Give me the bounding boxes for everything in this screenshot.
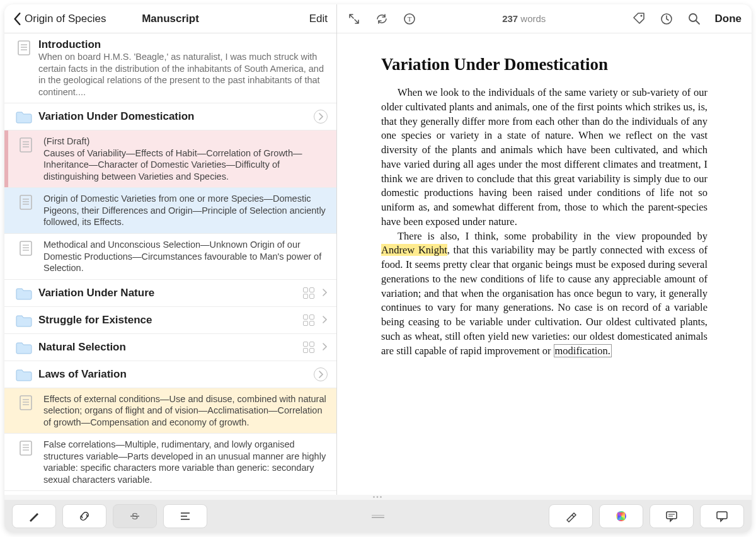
folder-struggle[interactable]: Struggle for Existence (4, 307, 336, 334)
binder-pane: Origin of Species Manuscript Edit Introd… (4, 4, 337, 495)
chevron-left-icon (13, 12, 22, 26)
chevron-right-icon[interactable] (321, 342, 328, 353)
list-item[interactable]: Effects of external conditions—Use and d… (4, 388, 336, 434)
list-item[interactable]: Methodical and Unconscious Selection—Unk… (4, 234, 336, 280)
search-icon[interactable] (687, 12, 701, 26)
svg-rect-8 (20, 195, 32, 209)
svg-rect-47 (667, 512, 677, 519)
svg-rect-20 (20, 441, 32, 455)
list-item[interactable]: (First Draft)Causes of Variability—Effec… (4, 130, 336, 188)
folder-laws-variation[interactable]: Laws of Variation (4, 361, 336, 388)
editor-content[interactable]: Variation Under Domestication When we lo… (337, 33, 752, 495)
chevron-right-icon (318, 371, 324, 378)
grid-icon[interactable] (302, 314, 315, 326)
item-title: Introduction (38, 38, 328, 51)
editor-pane: T 237 words Done Variation Under Domesti… (337, 4, 752, 495)
folder-icon (16, 111, 32, 124)
chevron-right-icon[interactable] (321, 315, 328, 326)
folder-title: Laws of Variation (38, 368, 314, 381)
list-item-introduction[interactable]: Introduction When on board H.M.S. 'Beagl… (4, 33, 336, 103)
svg-rect-0 (18, 41, 30, 55)
svg-point-38 (640, 14, 642, 16)
folder-variation-domestication[interactable]: Variation Under Domestication (4, 103, 336, 130)
toolbar-grip[interactable] (214, 515, 542, 518)
tag-icon[interactable] (632, 12, 646, 26)
editor-toolbar: T 237 words Done (337, 4, 752, 33)
chevron-right-icon (318, 113, 324, 120)
color-button[interactable] (599, 504, 643, 528)
history-icon[interactable] (660, 12, 673, 26)
bottom-toolbar: S (4, 500, 752, 533)
svg-text:T: T (408, 15, 412, 23)
back-label: Origin of Species (25, 13, 106, 25)
strikethrough-button[interactable]: S (113, 504, 157, 528)
document-icon (17, 40, 31, 56)
typewriter-icon[interactable]: T (403, 12, 416, 26)
document-icon (19, 440, 33, 456)
back-button[interactable]: Origin of Species (13, 12, 106, 26)
svg-point-40 (689, 14, 697, 21)
document-icon (19, 240, 33, 257)
document-icon (19, 395, 33, 411)
folder-variation-nature[interactable]: Variation Under Nature (4, 280, 336, 307)
grid-icon[interactable] (302, 287, 315, 299)
chevron-right-icon[interactable] (321, 287, 328, 299)
document-title: Variation Under Domestication (381, 55, 707, 74)
highlight: Andrew Knight (381, 244, 447, 256)
align-button[interactable] (163, 504, 207, 528)
rainbow-icon (616, 511, 626, 521)
comment-button[interactable] (650, 504, 694, 528)
svg-rect-50 (717, 512, 727, 519)
folder-icon (16, 287, 32, 300)
folder-icon (16, 315, 32, 327)
binder-list: Introduction When on board H.M.S. 'Beagl… (4, 33, 336, 495)
link-button[interactable] (62, 504, 106, 528)
document-body[interactable]: When we look to the individuals of the s… (381, 86, 707, 359)
folder-icon (16, 342, 32, 354)
grid-icon[interactable] (302, 341, 315, 354)
expand-icon[interactable] (347, 12, 361, 26)
folder-title: Natural Selection (38, 341, 302, 354)
disclosure-button[interactable] (314, 110, 328, 124)
svg-line-41 (696, 21, 699, 24)
item-synopsis: Methodical and Unconscious Selection—Unk… (43, 239, 330, 274)
disclosure-button[interactable] (314, 367, 328, 381)
item-synopsis: When on board H.M.S. 'Beagle,' as natura… (38, 51, 328, 98)
edit-button[interactable]: Edit (309, 13, 328, 25)
item-synopsis: False correlations—Multiple, rudimentary… (43, 439, 330, 485)
highlighter-button[interactable] (549, 504, 593, 528)
compose-button[interactable] (12, 504, 56, 528)
svg-rect-4 (20, 138, 32, 152)
selection-box: modification. (554, 344, 612, 357)
word-count: 237 words (502, 13, 546, 24)
list-item[interactable]: False correlations—Multiple, rudimentary… (4, 434, 336, 491)
item-synopsis: Origin of Domestic Varieties from one or… (43, 193, 330, 228)
folder-natural-selection[interactable]: Natural Selection (4, 334, 336, 361)
folder-title: Variation Under Domestication (38, 110, 314, 123)
item-synopsis: Effects of external conditions—Use and d… (43, 393, 330, 429)
svg-rect-16 (20, 396, 32, 410)
svg-rect-12 (20, 241, 32, 255)
note-button[interactable] (700, 504, 744, 528)
split-handle[interactable]: ••• (4, 495, 752, 500)
document-icon (19, 194, 33, 211)
done-button[interactable]: Done (715, 13, 742, 25)
item-synopsis: (First Draft)Causes of Variability—Effec… (43, 136, 330, 182)
document-icon (19, 137, 33, 153)
sync-icon[interactable] (375, 12, 389, 26)
folder-icon (16, 369, 32, 381)
folder-title: Variation Under Nature (38, 287, 302, 299)
list-item[interactable]: Origin of Domestic Varieties from one or… (4, 188, 336, 234)
folder-title: Struggle for Existence (38, 314, 302, 326)
binder-titlebar: Origin of Species Manuscript Edit (4, 4, 336, 33)
